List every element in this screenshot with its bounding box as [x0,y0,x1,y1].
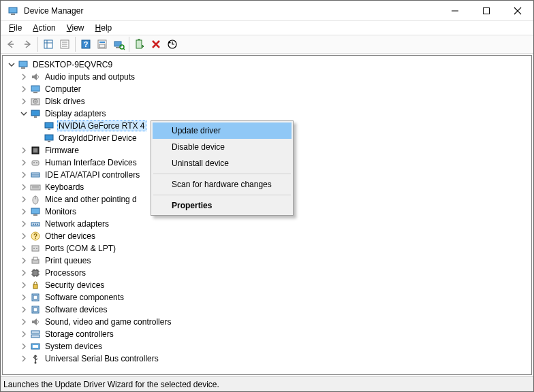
titlebar[interactable]: Device Manager [1,1,533,21]
expand-icon[interactable] [19,268,29,278]
tree-category[interactable]: Print queues [5,255,531,267]
minimize-button[interactable] [439,1,471,21]
toolbar-scan-button[interactable] [110,36,127,52]
tree-category[interactable]: Disk drives [5,95,531,108]
expand-icon[interactable] [19,97,29,106]
expand-icon[interactable] [19,231,29,241]
expand-icon[interactable] [19,293,29,302]
tree-category-label: Firmware [44,146,80,155]
printer-icon [30,255,41,266]
tree-category-label: Display adapters [44,109,107,118]
expand-icon[interactable] [19,182,29,192]
audio-icon [30,316,41,327]
context-scan-for-hardware-changes[interactable]: Scan for hardware changes [153,176,292,193]
port-icon [30,243,41,254]
context-uninstall-device[interactable]: Uninstall device [153,155,292,172]
svg-point-59 [37,224,38,225]
expand-icon[interactable] [19,317,29,327]
context-menu: Update driverDisable deviceUninstall dev… [151,120,294,216]
toolbar-show-hidden-button[interactable] [40,36,57,52]
tree-category[interactable]: Network adapters [5,218,531,230]
menu-file[interactable]: File [3,22,27,33]
tree-category[interactable]: Display adapters [5,108,531,120]
svg-point-35 [35,101,36,102]
collapse-icon[interactable] [19,109,29,118]
collapse-icon[interactable] [7,60,16,69]
svg-text:?: ? [33,233,37,240]
expand-icon[interactable] [19,207,29,216]
tree-category[interactable]: System devices [5,340,531,353]
svg-rect-55 [33,214,37,216]
software-icon [30,304,41,315]
expand-icon[interactable] [19,354,29,363]
svg-rect-66 [33,257,37,260]
tree-category[interactable]: Storage controllers [5,328,531,340]
toolbar-enable-button[interactable] [131,36,148,52]
menu-action[interactable]: Action [27,22,61,33]
toolbar-help-button[interactable]: ? [78,36,94,52]
svg-rect-18 [99,42,105,43]
tree-category[interactable]: Ports (COM & LPT) [5,242,531,255]
tree-category[interactable]: Software devices [5,304,531,316]
expand-icon[interactable] [19,280,29,290]
expand-icon[interactable] [19,342,29,351]
toolbar-update-button[interactable] [164,36,180,52]
toolbar-separator [129,37,129,52]
hid-icon [30,157,41,168]
tree-category[interactable]: Software components [5,291,531,304]
svg-rect-44 [32,161,39,165]
tree-category-label: Network adapters [44,219,110,229]
expand-icon[interactable] [19,72,29,82]
expand-icon[interactable] [19,170,29,180]
expand-icon[interactable] [19,158,29,167]
close-button[interactable] [502,1,533,21]
svg-rect-36 [31,110,40,116]
spacer [33,133,42,143]
menu-help[interactable]: Help [90,22,118,33]
maximize-button[interactable] [471,1,502,21]
tree-category[interactable]: Computer [5,83,531,95]
expand-icon[interactable] [19,329,29,339]
tree-category[interactable]: ?Other devices [5,230,531,242]
tree-category[interactable]: Audio inputs and outputs [5,71,531,83]
expand-icon[interactable] [19,256,29,265]
svg-rect-67 [33,270,38,276]
tree-category[interactable]: Universal Serial Bus controllers [5,353,531,365]
statusbar: Launches the Update Driver Wizard for th… [1,376,533,391]
expand-icon[interactable] [19,305,29,314]
audio-icon [30,71,41,82]
context-update-driver[interactable]: Update driver [153,122,292,139]
toolbar-properties-button[interactable] [57,36,73,52]
context-properties[interactable]: Properties [153,197,292,214]
svg-rect-30 [32,76,34,78]
menu-view[interactable]: View [61,22,90,33]
device-tree[interactable]: DESKTOP-9EQVRC9Audio inputs and outputsC… [2,55,532,375]
tree-root[interactable]: DESKTOP-9EQVRC9 [5,59,531,71]
svg-rect-83 [31,335,40,338]
storage-icon [30,329,41,340]
expand-icon[interactable] [19,244,29,253]
toolbar-uninstall-button[interactable] [148,36,164,52]
expand-icon[interactable] [19,84,29,94]
tree-category[interactable]: Security devices [5,279,531,291]
firmware-icon [30,145,41,156]
expand-icon[interactable] [19,219,29,229]
svg-rect-32 [33,92,37,93]
svg-rect-39 [48,129,50,130]
system-icon [30,341,41,352]
tree-category[interactable]: Processors [5,267,531,279]
window-title: Device Manager [24,6,83,16]
toolbar-action-button[interactable] [94,36,110,52]
svg-rect-76 [33,284,37,289]
expand-icon[interactable] [19,146,29,155]
tree-category-label: IDE ATA/ATAPI controllers [44,170,141,180]
tree-category-label: Disk drives [44,97,87,106]
svg-rect-24 [136,40,142,48]
expand-icon[interactable] [19,195,29,204]
context-disable-device[interactable]: Disable device [153,139,292,155]
svg-rect-85 [33,345,38,348]
toolbar-back-button [3,36,19,52]
svg-point-46 [36,162,37,163]
svg-rect-28 [19,61,27,67]
tree-category[interactable]: Sound, video and game controllers [5,316,531,328]
